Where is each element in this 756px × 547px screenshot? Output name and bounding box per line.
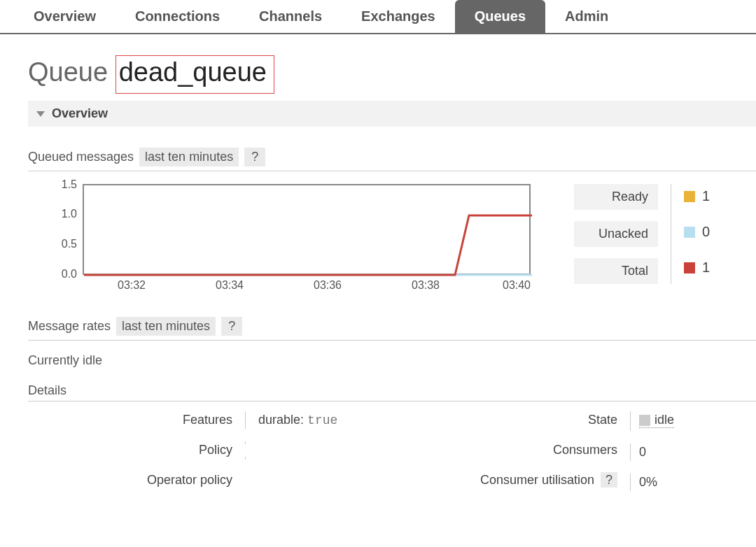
tab-connections[interactable]: Connections	[115, 0, 239, 33]
title-prefix: Queue	[28, 57, 108, 87]
swatch-icon	[684, 191, 695, 202]
x-tick: 03:34	[216, 279, 244, 292]
legend-unacked-value: 0	[684, 220, 710, 244]
help-icon[interactable]: ?	[221, 317, 242, 336]
consumers-value: 0	[630, 443, 682, 461]
details-table: Features Policy Operator policy durable:…	[28, 411, 756, 491]
swatch-icon	[684, 262, 695, 274]
help-icon[interactable]: ?	[244, 148, 265, 166]
x-tick: 03:36	[314, 279, 342, 292]
page-title: Queue dead_queue	[28, 55, 756, 94]
divider	[28, 340, 756, 341]
main-tabs: Overview Connections Channels Exchanges …	[0, 0, 756, 34]
message-rates-header: Message rates last ten minutes ?	[28, 317, 756, 336]
chart-legend: Ready Unacked Total 1 0 1	[574, 184, 710, 284]
tab-queues[interactable]: Queues	[455, 0, 545, 33]
policy-value	[245, 441, 441, 444]
y-tick: 0.0	[62, 268, 77, 280]
operator-policy-label: Operator policy	[28, 471, 245, 489]
x-tick: 03:38	[412, 279, 440, 292]
features-label: Features	[28, 411, 245, 429]
section-overview-toggle[interactable]: Overview	[28, 101, 756, 127]
chevron-down-icon	[36, 111, 45, 117]
section-label: Overview	[52, 106, 108, 121]
features-value: durable: true	[245, 411, 441, 429]
y-tick: 1.0	[62, 208, 77, 220]
chart-svg	[84, 185, 532, 276]
tab-overview[interactable]: Overview	[14, 0, 115, 33]
consumer-utilisation-value: 0%	[630, 474, 682, 491]
consumer-utilisation-label: Consumer utilisation ?	[441, 471, 630, 489]
time-range-selector[interactable]: last ten minutes	[139, 148, 239, 166]
y-tick: 1.5	[62, 178, 77, 191]
policy-label: Policy	[28, 441, 245, 459]
help-icon[interactable]: ?	[601, 472, 617, 488]
time-range-selector[interactable]: last ten minutes	[116, 317, 216, 336]
operator-policy-value	[245, 457, 441, 460]
x-tick: 03:40	[503, 279, 531, 292]
message-rates-idle: Currently idle	[28, 353, 756, 368]
state-value: idle	[630, 411, 682, 431]
tab-admin[interactable]: Admin	[545, 0, 628, 33]
legend-total-value: 1	[684, 255, 710, 280]
tab-exchanges[interactable]: Exchanges	[342, 0, 455, 33]
y-tick: 0.5	[62, 238, 77, 250]
state-icon	[639, 415, 650, 426]
swatch-icon	[684, 227, 695, 238]
legend-unacked-label: Unacked	[574, 221, 658, 247]
queue-name-highlight: dead_queue	[115, 55, 274, 94]
consumers-label: Consumers	[441, 441, 630, 459]
x-tick: 03:32	[118, 279, 146, 292]
queued-messages-chart: 1.5 1.0 0.5 0.0 03:32 03:34 03:36 03:38 …	[28, 184, 532, 296]
details-header: Details	[28, 383, 756, 398]
tab-channels[interactable]: Channels	[239, 0, 342, 33]
legend-ready-value: 1	[684, 184, 710, 208]
queued-messages-label: Queued messages	[28, 150, 134, 164]
divider	[28, 171, 756, 171]
legend-total-label: Total	[574, 258, 658, 284]
queued-messages-header: Queued messages last ten minutes ?	[28, 148, 756, 166]
legend-ready-label: Ready	[574, 184, 658, 210]
state-label: State	[441, 411, 630, 429]
message-rates-label: Message rates	[28, 319, 111, 334]
divider	[28, 401, 756, 402]
